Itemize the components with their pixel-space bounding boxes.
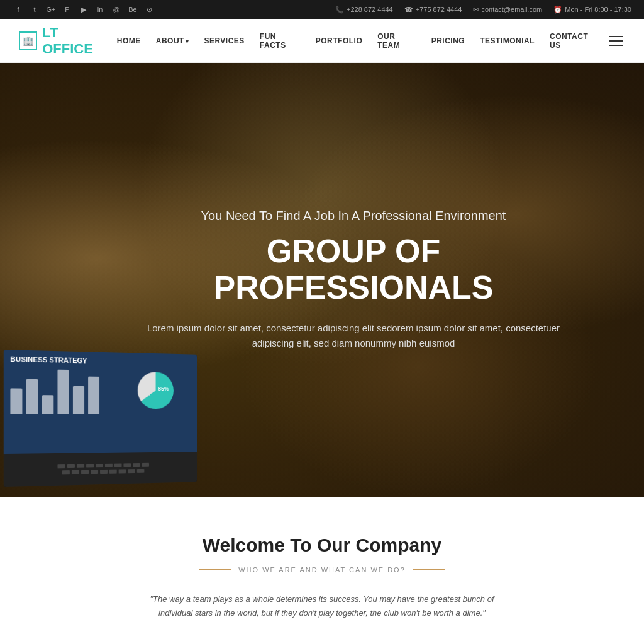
pinterest-icon[interactable]: P [62,4,73,15]
circle-icon[interactable]: ⊙ [143,4,155,15]
bar-5 [73,386,84,414]
logo-icon: 🏢 [19,31,37,50]
at-icon[interactable]: @ [111,4,122,15]
hero-content: You Need To Find A Job In A Professional… [102,209,605,350]
youtube-icon[interactable]: ▶ [78,4,89,15]
hero-title: GROUP OF PROFESSIONALS [127,233,580,305]
header: 🏢 LT OFFICE HOME ABOUT SERVICES FUN FACT… [0,19,644,63]
phone1: 📞 +228 872 4444 [335,6,393,14]
phone1-icon: 📞 [335,6,344,14]
key [142,463,149,467]
bar-2 [26,379,38,414]
bar-1 [10,388,22,414]
divider-line-left [199,569,231,570]
key [114,464,121,467]
key [123,463,131,467]
key [109,470,117,474]
key [133,463,140,467]
social-links: f t G+ P ▶ in @ Be ⊙ [13,4,155,15]
nav-services[interactable]: SERVICES [197,31,250,50]
nav-contact[interactable]: CONTACT US [543,27,603,55]
hours: ⏰ Mon - Fri 8:00 - 17:30 [553,6,631,14]
key [62,470,70,474]
twitter-icon[interactable]: t [29,4,40,15]
welcome-divider: WHO WE ARE AND WHAT CAN WE DO? [19,566,625,574]
laptop-keyboard [4,452,197,487]
hero-description: Lorem ipsum dolor sit amet, consectetur … [133,321,574,351]
nav-home[interactable]: HOME [111,31,147,50]
main-nav: HOME ABOUT SERVICES FUN FACTS PORTFOLIO … [111,27,625,55]
key [100,470,108,474]
key [91,470,98,474]
key [128,469,135,473]
welcome-quote: "The way a team plays as a whole determi… [133,592,511,620]
key [76,464,84,468]
bar-4 [57,370,69,414]
keyboard-row-1 [57,463,149,469]
phone2-icon: ☎ [404,6,413,14]
key [96,464,103,467]
nav-testimonial[interactable]: TESTIMONIAL [474,31,541,50]
email: ✉ contact@email.com [473,6,542,14]
key [72,470,79,474]
key [119,469,126,473]
key [57,464,65,468]
laptop-decoration: BUSINESS STRATEGY 85% [4,350,197,487]
welcome-section: Welcome To Our Company WHO WE ARE AND WH… [0,497,644,644]
key [104,464,112,467]
googleplus-icon[interactable]: G+ [45,4,57,15]
behance-icon[interactable]: Be [127,4,138,15]
facebook-icon[interactable]: f [13,4,24,15]
key [67,464,74,468]
nav-fun-facts[interactable]: FUN FACTS [253,27,307,55]
nav-pricing[interactable]: PRICING [425,31,472,50]
key [86,464,94,467]
phone2: ☎ +775 872 4444 [404,6,462,14]
nav-portfolio[interactable]: PORTFOLIO [309,31,369,50]
hero-subtitle: You Need To Find A Job In A Professional… [127,209,580,223]
contact-info: 📞 +228 872 4444 ☎ +775 872 4444 ✉ contac… [335,6,631,14]
logo-text: LT OFFICE [42,25,111,57]
key [137,469,145,473]
welcome-title: Welcome To Our Company [19,535,625,556]
top-bar: f t G+ P ▶ in @ Be ⊙ 📞 +228 872 4444 ☎ +… [0,0,644,19]
laptop-screen: BUSINESS STRATEGY 85% [4,350,197,454]
key [81,470,89,474]
clock-icon: ⏰ [553,6,562,14]
bar-3 [42,395,54,414]
email-icon: ✉ [473,6,479,14]
divider-text: WHO WE ARE AND WHAT CAN WE DO? [238,566,406,574]
divider-line-right [413,569,445,570]
hero-section: BUSINESS STRATEGY 85% [0,63,644,497]
bar-6 [88,377,99,414]
keyboard-row-2 [62,469,145,475]
nav-about[interactable]: ABOUT [150,31,196,50]
nav-our-team[interactable]: OUR TEAM [371,27,422,55]
logo[interactable]: 🏢 LT OFFICE [19,25,111,57]
laptop-pie-label: 85% [158,386,169,392]
linkedin-icon[interactable]: in [94,4,106,15]
hamburger-menu[interactable] [609,32,625,50]
